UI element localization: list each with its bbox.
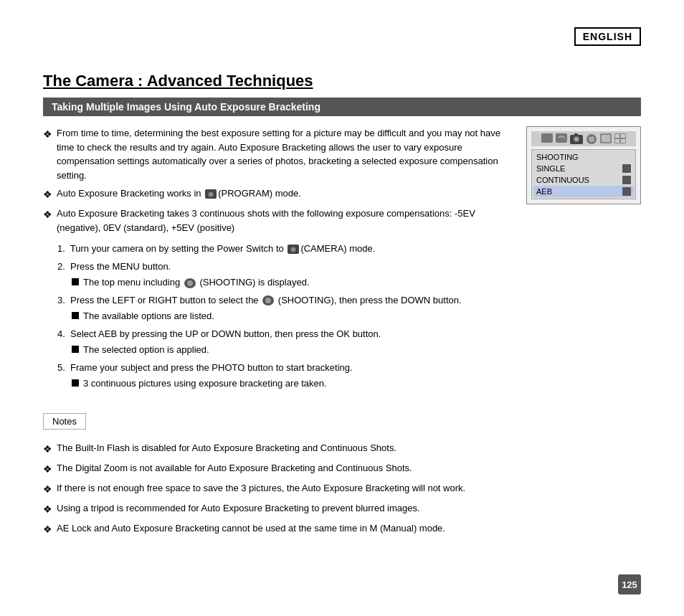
menu-row-continuous: CONTINUOUS	[533, 174, 634, 186]
svg-rect-10	[602, 135, 610, 142]
step-4-sub-text: The selected option is applied.	[83, 343, 209, 357]
sub-bullet-symbol-3	[72, 312, 79, 319]
page-title: The Camera : Advanced Techniques	[43, 72, 641, 90]
intro-bullet-text-2: Auto Exposure Bracketing works in (PROGR…	[57, 186, 301, 202]
svg-point-7	[589, 136, 594, 142]
step-2-sub: The top menu including (SHOOTING) is dis…	[72, 275, 515, 290]
sub-bullet-symbol	[72, 278, 79, 285]
menu-row-aeb: AEB	[533, 186, 634, 197]
menu-icon-single	[622, 164, 631, 173]
step-4-text: Select AEB by pressing the UP or DOWN bu…	[70, 328, 381, 339]
note-bullet-1: ❖	[43, 442, 52, 457]
svg-rect-0	[541, 133, 553, 143]
menu-icon-2	[556, 133, 567, 143]
note-text-1: The Built-In Flash is disabled for Auto …	[57, 441, 396, 457]
menu-icon-1	[541, 133, 553, 143]
step-3-sub: The available options are listed.	[72, 309, 515, 323]
intro-bullet-text-3: Auto Exposure Bracketing takes 3 continu…	[57, 207, 515, 234]
step-2: 2. Press the MENU button. The top menu i…	[57, 260, 515, 290]
camera-menu-box: SHOOTING SINGLE CONTINUOUS AEB	[526, 126, 641, 204]
note-4: ❖ Using a tripod is recommended for Auto…	[43, 501, 641, 517]
note-text-4: Using a tripod is recommended for Auto E…	[57, 501, 420, 517]
step-5-sub-text: 3 continuous pictures using exposure bra…	[83, 376, 327, 391]
step-4-sub: The selected option is applied.	[72, 343, 515, 357]
numbered-list: 1. Turn your camera on by setting the Po…	[57, 242, 515, 391]
step-5: 5. Frame your subject and press the PHOT…	[57, 361, 515, 391]
step-3: 3. Press the LEFT or RIGHT button to sel…	[57, 293, 515, 323]
intro-bullet-text-1: From time to time, determining the best …	[57, 126, 515, 182]
camera-menu-list: SHOOTING SINGLE CONTINUOUS AEB	[531, 149, 636, 199]
content-left: ❖ From time to time, determining the bes…	[43, 126, 515, 394]
note-bullet-3: ❖	[43, 482, 52, 497]
menu-icon-4	[586, 133, 597, 144]
sub-bullet-symbol-4	[72, 346, 79, 353]
note-2: ❖ The Digital Zoom is not available for …	[43, 461, 641, 477]
menu-icon-6	[614, 133, 626, 143]
sub-bullet-symbol-5	[72, 379, 79, 387]
menu-icon-continuous	[622, 176, 631, 184]
bullet-symbol-3: ❖	[43, 207, 52, 234]
step-5-sub: 3 continuous pictures using exposure bra…	[72, 376, 515, 391]
step-4: 4. Select AEB by pressing the UP or DOWN…	[57, 327, 515, 357]
svg-rect-12	[615, 134, 619, 138]
notes-section: ❖ The Built-In Flash is disabled for Aut…	[43, 441, 641, 537]
english-badge: ENGLISH	[574, 27, 641, 46]
menu-icon-aeb	[622, 187, 631, 196]
note-5: ❖ AE Lock and Auto Exposure Bracketing c…	[43, 521, 641, 537]
camera-menu-image: SHOOTING SINGLE CONTINUOUS AEB	[526, 126, 641, 394]
menu-icon-5	[600, 133, 612, 143]
menu-row-single: SINGLE	[533, 163, 634, 174]
camera-icon	[205, 189, 217, 199]
step-1: 1. Turn your camera on by setting the Po…	[57, 242, 515, 256]
shooting-icon	[184, 278, 196, 288]
shooting-icon-step3	[262, 295, 274, 305]
notes-label: Notes	[52, 416, 77, 427]
note-bullet-5: ❖	[43, 522, 52, 537]
menu-row-shooting: SHOOTING	[533, 151, 634, 163]
section-header: Taking Multiple Images Using Auto Exposu…	[43, 98, 641, 116]
menu-label-single: SINGLE	[536, 164, 565, 173]
note-text-2: The Digital Zoom is not available for Au…	[57, 461, 412, 477]
intro-bullet-2: ❖ Auto Exposure Bracketing works in (PRO…	[43, 186, 515, 202]
step-2-sub-text: The top menu including (SHOOTING) is dis…	[83, 275, 310, 290]
notes-box: Notes	[43, 413, 86, 430]
note-3: ❖ If there is not enough free space to s…	[43, 481, 641, 497]
note-bullet-4: ❖	[43, 502, 52, 517]
note-text-5: AE Lock and Auto Exposure Bracketing can…	[57, 521, 445, 537]
intro-bullet-1: ❖ From time to time, determining the bes…	[43, 126, 515, 182]
step-3-sub-text: The available options are listed.	[83, 309, 214, 323]
note-bullet-2: ❖	[43, 462, 52, 477]
svg-rect-3	[574, 133, 578, 136]
svg-rect-15	[621, 139, 625, 143]
svg-rect-1	[556, 133, 567, 143]
menu-label-aeb: AEB	[536, 187, 552, 196]
menu-label-shooting: SHOOTING	[536, 153, 579, 161]
camera-icons-row	[531, 131, 636, 146]
menu-icon-camera	[570, 133, 583, 144]
svg-point-5	[575, 138, 579, 141]
svg-rect-14	[615, 139, 619, 143]
bullet-symbol-2: ❖	[43, 187, 52, 202]
main-content: ❖ From time to time, determining the bes…	[43, 126, 641, 394]
page-number: 125	[618, 574, 641, 594]
note-1: ❖ The Built-In Flash is disabled for Aut…	[43, 441, 641, 457]
menu-label-continuous: CONTINUOUS	[536, 176, 589, 184]
note-text-3: If there is not enough free space to sav…	[57, 481, 465, 497]
intro-bullet-3: ❖ Auto Exposure Bracketing takes 3 conti…	[43, 207, 515, 234]
page: ENGLISH The Camera : Advanced Techniques…	[0, 0, 684, 616]
camera-icon-step1	[288, 245, 299, 254]
svg-rect-13	[621, 134, 625, 138]
step-5-text: Frame your subject and press the PHOTO b…	[70, 362, 353, 373]
bullet-symbol: ❖	[43, 127, 52, 182]
